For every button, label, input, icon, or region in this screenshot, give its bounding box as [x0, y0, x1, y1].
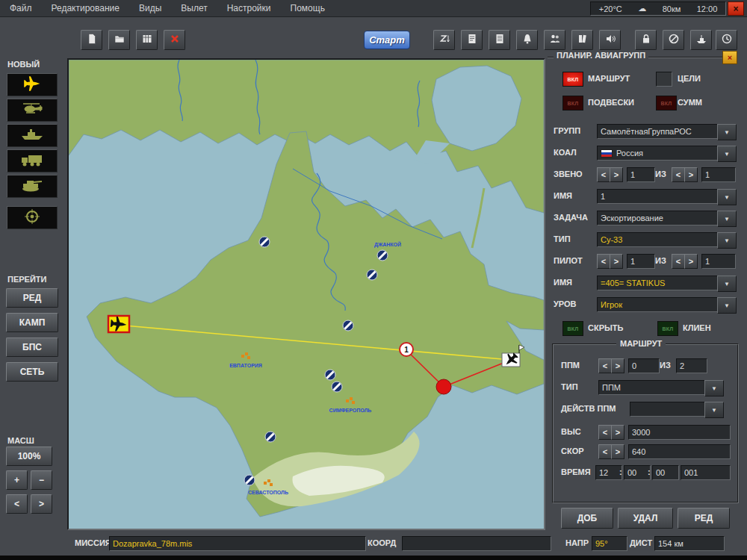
- time-hours-field[interactable]: 12: [595, 465, 622, 480]
- lock-button[interactable]: [635, 30, 657, 50]
- restrict-button[interactable]: [663, 30, 684, 50]
- zoom-in-button[interactable]: +: [6, 470, 28, 490]
- goto-network-button[interactable]: СЕТЬ: [6, 362, 58, 382]
- new-tank-button[interactable]: [7, 175, 58, 198]
- menu-flight[interactable]: Вылет: [171, 3, 217, 13]
- new-mission-button[interactable]: [81, 30, 102, 50]
- altitude-up-button[interactable]: >: [611, 425, 624, 440]
- summary-toggle-button[interactable]: ВКЛ: [656, 96, 677, 111]
- coord-field[interactable]: [402, 536, 551, 551]
- type-dropdown-button[interactable]: ▼: [717, 232, 737, 249]
- waypoint-edit-button[interactable]: РЕД: [678, 508, 730, 529]
- wpt-type-combo[interactable]: ППМ: [598, 380, 707, 395]
- flight-total-next-button[interactable]: >: [684, 167, 698, 182]
- navy-button[interactable]: [690, 30, 712, 50]
- targets-toggle-button[interactable]: [656, 72, 672, 87]
- altitude-down-button[interactable]: <: [598, 425, 612, 440]
- selected-waypoint-marker[interactable]: [436, 379, 451, 394]
- panel-close-button[interactable]: ×: [722, 51, 737, 64]
- pilot-prev-button[interactable]: <: [597, 254, 610, 269]
- client-toggle-button[interactable]: ВКЛ: [657, 321, 678, 336]
- open-mission-button[interactable]: [108, 30, 130, 50]
- records-button[interactable]: [489, 30, 510, 50]
- payload-toggle-button[interactable]: ВКЛ: [562, 96, 583, 111]
- pilot-total-prev-button[interactable]: <: [672, 254, 685, 269]
- coalition-dropdown-button[interactable]: ▼: [717, 146, 737, 162]
- save-mission-button[interactable]: [136, 30, 158, 50]
- briefing-button[interactable]: [461, 30, 483, 50]
- speed-down-button[interactable]: <: [598, 444, 612, 459]
- pilot-total-next-button[interactable]: >: [684, 254, 698, 269]
- waypoint-1-marker[interactable]: 1: [400, 343, 413, 356]
- group-combo[interactable]: СамолётнаяГруппаРОС: [597, 124, 718, 139]
- wpt-action-combo[interactable]: [630, 402, 707, 417]
- sort-button[interactable]: [433, 30, 455, 50]
- name-combo[interactable]: 1: [597, 189, 718, 204]
- speed-field[interactable]: 640: [628, 444, 731, 459]
- wpt-number-field[interactable]: 0: [628, 358, 660, 373]
- zoom-out-button[interactable]: −: [31, 470, 52, 490]
- zoom-level-button[interactable]: 100%: [6, 447, 52, 466]
- flight-number-field[interactable]: 1: [627, 167, 655, 182]
- goto-quickmission-button[interactable]: БПС: [6, 337, 58, 357]
- time-seconds-field[interactable]: 00: [652, 465, 679, 480]
- window-close-button[interactable]: ×: [728, 1, 744, 16]
- route-toggle-button[interactable]: ВКЛ: [562, 72, 583, 87]
- pan-left-button[interactable]: <: [6, 494, 28, 514]
- coalition-combo[interactable]: Россия: [597, 146, 718, 161]
- wpt-next-button[interactable]: >: [611, 358, 624, 373]
- menu-file[interactable]: Файл: [0, 3, 42, 13]
- map-canvas[interactable]: ДЖАНКОЙ ЕВПАТОРИЯ СИМФЕРОПОЛЬ СЕВАСТОПОЛ…: [69, 60, 544, 529]
- flight-prev-button[interactable]: <: [597, 167, 610, 182]
- wpt-type-dropdown-button[interactable]: ▼: [704, 380, 724, 396]
- task-combo[interactable]: Эскортирование: [597, 211, 718, 225]
- skill-combo[interactable]: Игрок: [597, 297, 718, 312]
- aircraft-type-combo[interactable]: Су-33: [597, 232, 718, 247]
- flight-next-button[interactable]: >: [610, 167, 623, 182]
- pan-right-button[interactable]: >: [31, 494, 52, 514]
- start-button[interactable]: Старт: [364, 31, 410, 49]
- encyclopedia-button[interactable]: [571, 30, 593, 50]
- pilot-total-field[interactable]: 1: [701, 254, 736, 269]
- alarm-button[interactable]: [516, 30, 538, 50]
- departure-airfield-marker[interactable]: [108, 316, 129, 332]
- menu-settings[interactable]: Настройки: [217, 3, 281, 13]
- goto-campaign-button[interactable]: КАМП: [6, 313, 58, 332]
- name-dropdown-button[interactable]: ▼: [717, 189, 737, 205]
- new-helicopter-button[interactable]: [7, 99, 58, 122]
- speed-up-button[interactable]: >: [611, 444, 624, 459]
- menu-views[interactable]: Виды: [129, 3, 171, 13]
- pilot-name-combo[interactable]: =405= STATIKUS: [597, 276, 718, 290]
- menu-edit[interactable]: Редактирование: [42, 3, 129, 13]
- new-target-button[interactable]: [7, 206, 58, 229]
- waypoint-delete-button[interactable]: УДАЛ: [618, 508, 673, 529]
- pilots-button[interactable]: [544, 30, 565, 50]
- wpt-action-dropdown-button[interactable]: ▼: [704, 402, 724, 418]
- pilot-number-field[interactable]: 1: [627, 254, 655, 269]
- wpt-total-field[interactable]: 2: [676, 358, 707, 373]
- time-minutes-field[interactable]: 00: [624, 465, 651, 480]
- pilot-name-dropdown-button[interactable]: ▼: [717, 276, 737, 292]
- close-mission-button[interactable]: [164, 30, 185, 50]
- goto-editor-button[interactable]: РЕД: [6, 288, 58, 308]
- altitude-field[interactable]: 3000: [628, 425, 731, 440]
- wpt-prev-button[interactable]: <: [598, 358, 612, 373]
- new-airplane-button[interactable]: [7, 73, 58, 96]
- skill-dropdown-button[interactable]: ▼: [717, 297, 737, 314]
- flight-total-prev-button[interactable]: <: [672, 167, 685, 182]
- z-sort-icon: [438, 33, 450, 48]
- mission-file-field[interactable]: Dozapravka_78m.mis: [109, 536, 366, 551]
- task-dropdown-button[interactable]: ▼: [717, 211, 737, 227]
- menu-help[interactable]: Помощь: [281, 3, 335, 13]
- group-dropdown-button[interactable]: ▼: [717, 124, 737, 140]
- new-vehicle-button[interactable]: [7, 149, 58, 172]
- pilot-next-button[interactable]: >: [610, 254, 623, 269]
- waypoint-add-button[interactable]: ДОБ: [561, 508, 613, 529]
- map-viewport[interactable]: ДЖАНКОЙ ЕВПАТОРИЯ СИМФЕРОПОЛЬ СЕВАСТОПОЛ…: [67, 58, 545, 530]
- sound-button[interactable]: [599, 30, 621, 50]
- time-day-field[interactable]: 001: [681, 465, 731, 480]
- new-ship-button[interactable]: [7, 124, 58, 147]
- time-button[interactable]: [716, 30, 737, 50]
- flight-total-field[interactable]: 1: [701, 167, 736, 182]
- hidden-toggle-button[interactable]: ВКЛ: [562, 321, 583, 336]
